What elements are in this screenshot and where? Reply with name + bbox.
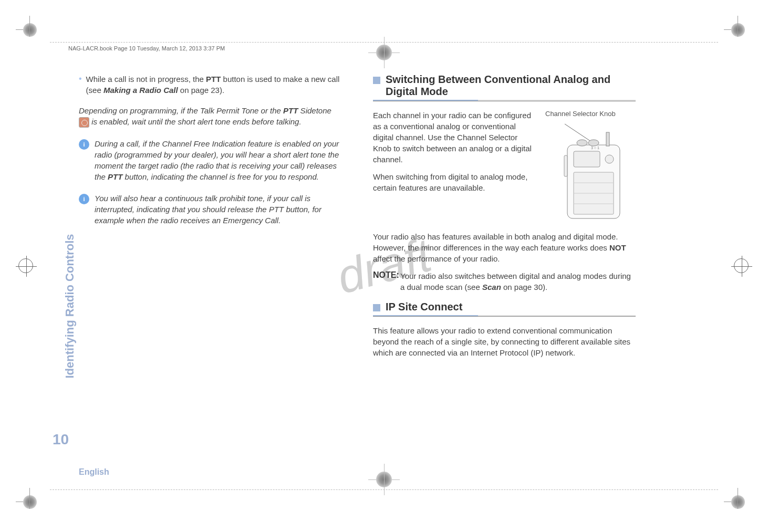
- figure-caption: Channel Selector Knob: [545, 110, 636, 118]
- radio-illustration: 3 ○ 1: [541, 120, 636, 225]
- square-bullet-icon: [373, 304, 380, 311]
- footer-language: English: [79, 467, 109, 477]
- content-area: Identifying Radio Controls 10 English • …: [79, 74, 715, 474]
- side-tab-label: Identifying Radio Controls: [63, 234, 77, 379]
- ptt-sidetone-icon: [79, 117, 89, 128]
- section-header-ip-site: IP Site Connect: [373, 301, 636, 313]
- note-icon: i: [79, 194, 89, 204]
- ptt-sidetone-para: Depending on programming, if the Talk Pe…: [79, 105, 341, 128]
- crop-mark-tr: [724, 16, 752, 44]
- svg-point-8: [577, 140, 587, 146]
- page-number: 10: [53, 431, 69, 448]
- header-book-info: NAG-LACR.book Page 10 Tuesday, March 12,…: [68, 45, 225, 51]
- crop-mark-br: [724, 488, 752, 516]
- svg-point-3: [605, 155, 614, 163]
- section-divider: [373, 100, 636, 101]
- right-column: Switching Between Conventional Analog an…: [357, 74, 636, 474]
- svg-line-0: [565, 124, 591, 142]
- para-both-modes: Your radio also has features available i…: [373, 231, 636, 264]
- svg-rect-2: [574, 151, 600, 167]
- svg-rect-11: [564, 155, 567, 176]
- note-body: Your radio also switches between digital…: [400, 270, 636, 293]
- crop-mark-bl: [16, 488, 44, 516]
- fold-mark-top: [368, 37, 400, 68]
- section-header-switching: Switching Between Conventional Analog an…: [373, 74, 636, 98]
- section-divider: [373, 315, 636, 317]
- radio-figure: Channel Selector Knob 3 ○ 1: [541, 110, 636, 227]
- bullet-text: While a call is not in progress, the PTT…: [86, 74, 341, 96]
- note-talk-prohibit: i You will also hear a continuous talk p…: [79, 193, 341, 226]
- note-label: NOTE:: [373, 270, 400, 293]
- svg-rect-10: [606, 132, 609, 146]
- square-bullet-icon: [373, 77, 380, 84]
- bullet-item: • While a call is not in progress, the P…: [79, 74, 341, 96]
- note-text: During a call, if the Channel Free Indic…: [95, 138, 341, 182]
- left-column: • While a call is not in progress, the P…: [79, 74, 357, 474]
- bullet-icon: •: [79, 74, 82, 96]
- note-icon: i: [79, 139, 89, 150]
- note-text: You will also hear a continuous talk pro…: [95, 193, 341, 226]
- crop-mark-tl: [16, 16, 44, 44]
- svg-point-9: [588, 140, 599, 146]
- note-dual-mode-scan: NOTE: Your radio also switches between d…: [373, 270, 636, 293]
- registration-mark-right: [731, 256, 752, 277]
- para-ip-site: This feature allows your radio to extend…: [373, 325, 636, 358]
- registration-mark-left: [16, 256, 37, 277]
- svg-text:3  ○  1: 3 ○ 1: [591, 146, 599, 150]
- section-title: Switching Between Conventional Analog an…: [386, 74, 636, 98]
- section-title: IP Site Connect: [386, 301, 462, 313]
- note-channel-free: i During a call, if the Channel Free Ind…: [79, 138, 341, 182]
